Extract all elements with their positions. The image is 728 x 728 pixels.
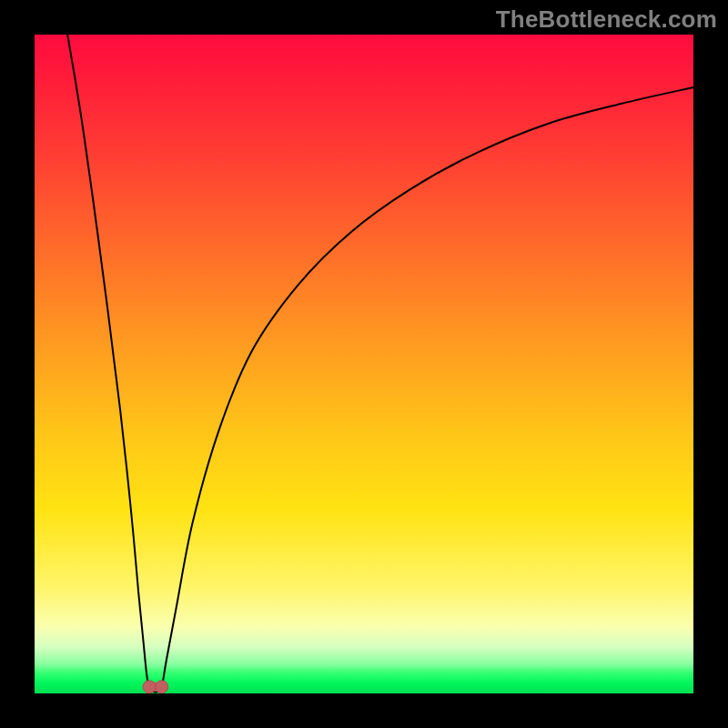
min-marker-left: [143, 681, 156, 693]
chart-frame: TheBottleneck.com: [0, 0, 728, 728]
curve-svg: [35, 35, 693, 693]
attribution-label: TheBottleneck.com: [496, 5, 717, 34]
bottleneck-curve: [67, 35, 693, 692]
min-marker-right: [156, 681, 168, 693]
plot-area: [35, 35, 693, 693]
